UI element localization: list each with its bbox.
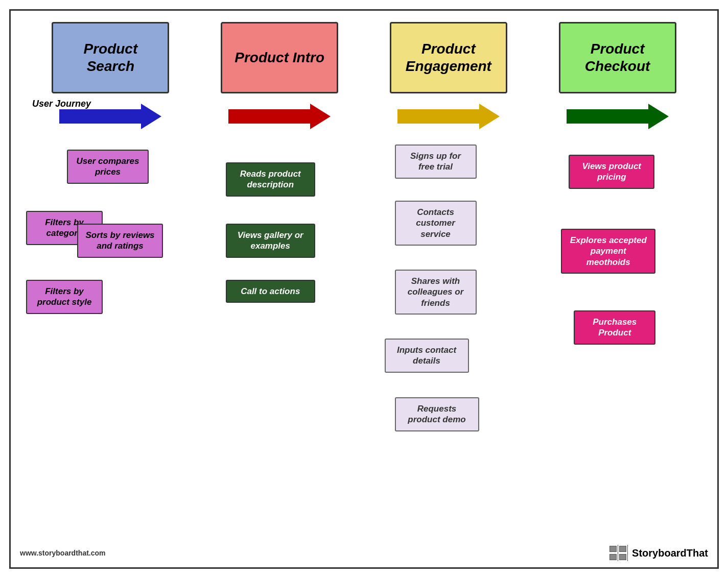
card-reads-product-description: Reads product description xyxy=(226,162,315,197)
header-intro: Product Intro xyxy=(221,22,338,93)
svg-rect-5 xyxy=(610,555,616,560)
card-user-compares-prices: User compares prices xyxy=(67,150,149,184)
svg-rect-1 xyxy=(610,546,616,551)
card-sorts-by-reviews: Sorts by reviews and ratings xyxy=(77,224,163,258)
arrow-col-intro xyxy=(195,104,364,129)
svg-rect-3 xyxy=(620,546,626,551)
footer-logo: StoryboardThat xyxy=(608,545,708,561)
card-purchases-product: Purchases Product xyxy=(574,310,655,345)
header-intro-label: Product Intro xyxy=(234,49,324,66)
arrow-col-checkout xyxy=(533,104,702,129)
arrow-head-checkout xyxy=(648,104,669,129)
card-views-gallery: Views gallery or examples xyxy=(226,224,315,258)
content-col-checkout: Views product pricing Explores accepted … xyxy=(533,139,702,487)
arrow-body-search xyxy=(59,109,141,124)
storyboard-logo-icon xyxy=(608,545,628,561)
arrow-head-search xyxy=(141,104,161,129)
content-col-engagement: Signs up for free trial Contacts custome… xyxy=(364,139,533,487)
footer-logo-text: StoryboardThat xyxy=(632,547,708,559)
header-search-label: Product Search xyxy=(64,40,156,75)
arrow-intro xyxy=(228,104,331,129)
footer-url: www.storyboardthat.com xyxy=(20,549,106,557)
card-signs-up-free-trial: Signs up for free trial xyxy=(395,144,477,179)
content-col-intro: Reads product description Views gallery … xyxy=(195,139,364,487)
arrow-search xyxy=(59,104,161,129)
arrow-col-engagement xyxy=(364,104,533,129)
arrow-head-intro xyxy=(310,104,331,129)
arrows-row: User Journey xyxy=(11,93,717,134)
col-header-intro: Product Intro xyxy=(195,22,364,93)
arrow-head-engagement xyxy=(479,104,500,129)
col-header-search: Product Search xyxy=(26,22,195,93)
card-explores-payment-methods: Explores accepted payment meothoids xyxy=(561,229,655,274)
card-contacts-customer-service: Contacts customer service xyxy=(395,201,477,246)
main-container: Product Search Product Intro Product Eng… xyxy=(9,9,719,569)
card-requests-product-demo: Requests product demo xyxy=(395,397,479,431)
arrow-checkout xyxy=(567,104,669,129)
header-checkout-label: Product Checkout xyxy=(572,40,664,75)
content-col-search: User compares prices Filters by category… xyxy=(26,139,195,487)
header-search: Product Search xyxy=(52,22,169,93)
col-header-engagement: Product Engagement xyxy=(364,22,533,93)
card-call-to-actions: Call to actions xyxy=(226,280,315,303)
arrow-engagement xyxy=(397,104,500,129)
arrow-body-checkout xyxy=(567,109,648,124)
card-filters-by-product-style: Filters by product style xyxy=(26,280,103,314)
card-inputs-contact-details: Inputs contact details xyxy=(385,339,469,373)
columns-row: Product Search Product Intro Product Eng… xyxy=(11,11,717,93)
svg-rect-7 xyxy=(620,555,626,560)
arrow-body-intro xyxy=(228,109,310,124)
header-checkout: Product Checkout xyxy=(559,22,676,93)
card-shares-with-colleagues: Shares with colleagues or friends xyxy=(395,270,477,315)
footer: www.storyboardthat.com StoryboardThat xyxy=(20,545,708,561)
header-engagement: Product Engagement xyxy=(390,22,507,93)
col-header-checkout: Product Checkout xyxy=(533,22,702,93)
content-area: User compares prices Filters by category… xyxy=(11,134,717,487)
card-views-product-pricing: Views product pricing xyxy=(569,155,654,189)
arrow-body-engagement xyxy=(397,109,479,124)
header-engagement-label: Product Engagement xyxy=(403,40,495,75)
